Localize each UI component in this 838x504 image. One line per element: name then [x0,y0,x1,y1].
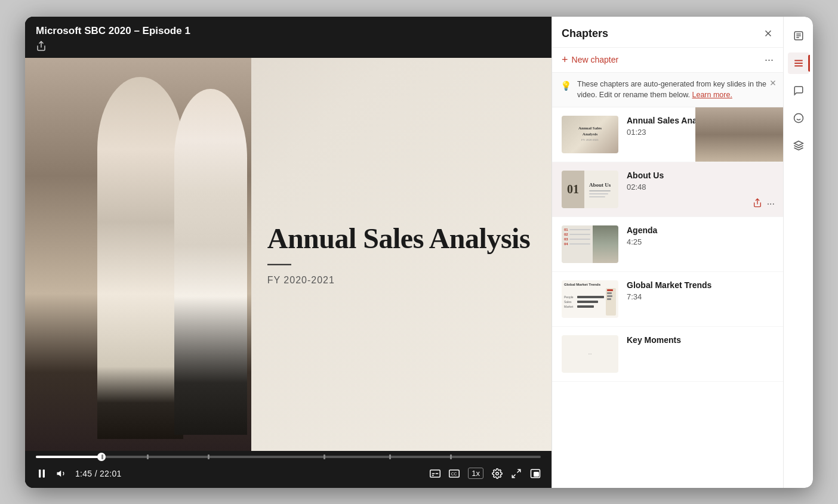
chapter-name: Agenda [627,225,774,235]
right-sidebar [783,17,813,488]
chapter-share-button[interactable] [753,198,762,209]
fullscreen-button[interactable] [511,468,522,479]
settings-button[interactable] [492,468,503,479]
chapter-info: About Us 02:48 [627,171,774,191]
chapter-info: Key Moments [627,335,774,347]
info-text: These chapters are auto-generated from k… [577,80,766,100]
svg-point-27 [794,113,803,122]
info-banner-close-button[interactable] [769,78,777,91]
svg-rect-2 [43,469,45,477]
progress-track[interactable] [36,456,541,458]
slide-divider [267,264,291,265]
chapter-marker-2 [147,454,149,459]
chapter-actions: ··· [753,198,775,209]
speed-button[interactable]: 1x [468,468,483,479]
play-pause-button[interactable] [36,468,48,480]
video-topbar: Microsoft SBC 2020 – Episode 1 [25,17,552,58]
chapter-name: About Us [627,171,774,180]
chapter-marker-1 [101,454,103,459]
svg-line-11 [517,469,520,472]
svg-line-12 [512,474,515,477]
chapters-close-button[interactable] [763,28,774,39]
sidebar-icon-chapters[interactable] [788,52,809,74]
svg-marker-3 [57,470,61,477]
sidebar-icon-layers[interactable] [788,135,809,156]
chapter-thumb-annual-sales: Annual SalesAnalysisFY 2020-2021 [562,116,618,153]
new-chapter-button[interactable]: + New chapter [562,54,618,66]
slide-text-area: Annual Sales Analysis FY 2020-2021 [267,223,531,286]
progress-filled [36,456,101,458]
captions-button[interactable] [430,469,440,478]
chapter-item[interactable]: 01 About Us About Us 02:48 [552,162,783,217]
cc-button[interactable]: CC [449,469,460,478]
chapter-more-button[interactable]: ··· [765,54,774,66]
person2-silhouette [174,89,247,435]
chapter-item[interactable]: ··· Key Moments [552,327,783,382]
chapter-thumb-about-us: 01 About Us [562,171,618,208]
chapter-thumb-key: ··· [562,335,618,373]
chapter-thumb-market: Global Market Trends People Sales [562,280,618,318]
slide-background: Annual Sales Analysis FY 2020-2021 [25,58,552,451]
svg-rect-4 [430,470,440,477]
share-icon[interactable] [36,41,541,53]
slide-photo [25,58,251,451]
chapter-info: Global Market Trends 7:34 [627,280,774,301]
lightbulb-icon: 💡 [560,79,572,93]
video-area: Microsoft SBC 2020 – Episode 1 Annual Sa… [25,17,552,488]
person1-silhouette [97,77,183,438]
chapter-item-more-button[interactable]: ··· [767,198,775,209]
chapter-time: 02:48 [627,183,774,191]
sidebar-icon-reactions[interactable] [788,107,809,129]
sidebar-icon-comments[interactable] [788,80,809,101]
volume-button[interactable] [56,468,67,479]
svg-text:CC: CC [451,472,457,476]
progress-bar-container[interactable] [36,451,541,463]
chapters-list: Annual SalesAnalysisFY 2020-2021 Annual … [552,107,783,488]
chapters-panel: Chapters + New chapter ··· 💡 These chapt… [552,17,783,488]
chapter-item[interactable]: 01 02 03 04 [552,217,783,272]
chapter-marker-6 [450,454,452,459]
chapter-marker-3 [208,454,209,459]
new-chapter-row: + New chapter ··· [552,48,783,73]
app-shell: Microsoft SBC 2020 – Episode 1 Annual Sa… [25,17,813,488]
chapter-name: Key Moments [627,335,774,345]
time-display: 1:45 / 22:01 [75,469,122,478]
chapter-marker-4 [324,454,325,459]
chapters-header: Chapters [552,17,783,48]
svg-rect-1 [39,469,41,477]
svg-marker-30 [794,141,803,146]
new-chapter-label: New chapter [572,55,619,64]
video-content: Annual Sales Analysis FY 2020-2021 [25,58,552,451]
chapter-marker-5 [389,454,391,459]
chapter-time: 7:34 [627,292,774,301]
slide-main-title: Annual Sales Analysis [267,223,531,255]
plus-icon: + [562,54,568,66]
chapter-item[interactable]: Global Market Trends People Sales [552,272,783,327]
slide-subtitle: FY 2020-2021 [267,274,531,285]
controls-row: 1:45 / 22:01 [36,463,541,488]
sidebar-icon-transcript[interactable] [788,25,809,47]
chapters-panel-title: Chapters [562,27,608,40]
svg-rect-14 [534,472,539,476]
chapter-name: Global Market Trends [627,280,774,290]
learn-more-link[interactable]: Learn more. [692,91,732,99]
info-banner: 💡 These chapters are auto-generated from… [552,73,783,108]
controls-right: CC 1x [430,468,541,479]
popout-button[interactable] [530,468,541,479]
chapter-item[interactable]: Annual SalesAnalysisFY 2020-2021 Annual … [552,107,783,162]
video-controls: 1:45 / 22:01 [25,451,552,488]
video-title: Microsoft SBC 2020 – Episode 1 [36,25,541,37]
chapter-time: 4:25 [627,237,774,246]
svg-point-10 [496,472,499,475]
chapter-info: Agenda 4:25 [627,225,774,246]
chapter-thumb-agenda: 01 02 03 04 [562,225,618,263]
